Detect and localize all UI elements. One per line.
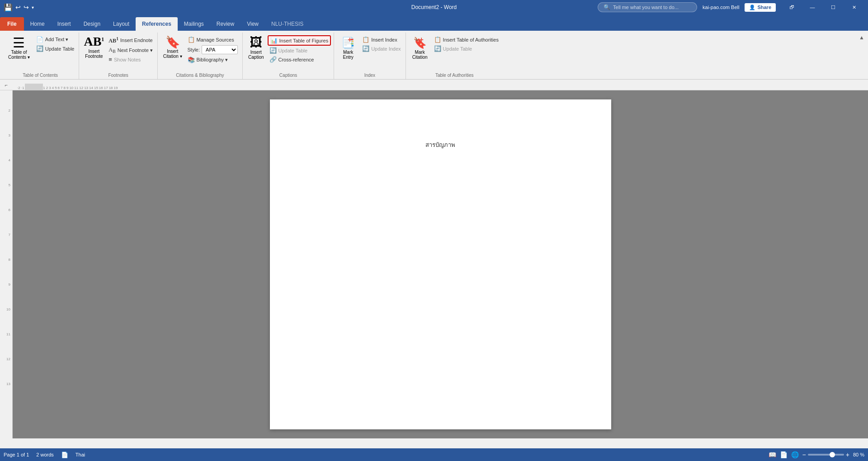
ribbon: ☰ Table ofContents ▾ 📄 Add Text ▾ 🔄 Upda… [0,31,868,80]
web-layout-icon[interactable]: 🌐 [791,451,799,458]
zoom-slider[interactable] [808,454,844,456]
read-mode-icon[interactable]: 📖 [769,451,776,458]
tab-design[interactable]: Design [77,17,107,31]
share-label: Share [757,5,771,10]
style-selector[interactable]: Style: APA MLA Chicago [186,44,240,55]
ribbon-collapse-button[interactable]: ▲ [857,33,866,42]
close-button[interactable]: ✕ [844,0,864,14]
bibliography-button[interactable]: 📚 Bibliography ▾ [186,56,240,64]
footnote-small-buttons: AB1 Insert Endnote AB Next Footnote ▾ ≡ … [107,34,155,64]
share-button[interactable]: 👤 Share [745,3,776,12]
mark-entry-button[interactable]: 📑 + MarkEntry [337,34,359,61]
update-index-button[interactable]: 🔄 Update Index [360,44,402,53]
redo-icon[interactable]: ↪ [24,4,29,11]
show-notes-label: Show Notes [114,57,141,62]
index-small-buttons: 📋 Insert Index 🔄 Update Index [360,34,402,53]
title-bar-right: 🔍 Tell me what you want to do... kai-pao… [598,0,864,14]
manage-sources-label: Manage Sources [197,37,234,42]
tab-insert[interactable]: Insert [51,17,77,31]
ribbon-group-citations: 🔖 InsertCitation ▾ 📋 Manage Sources Styl… [158,33,243,79]
toc-icon: ☰ [13,36,25,50]
tab-file[interactable]: File [0,17,24,31]
save-icon[interactable]: 💾 [4,3,13,12]
ribbon-group-index: 📑 + MarkEntry 📋 Insert Index 🔄 Update In… [334,33,406,79]
cross-reference-button[interactable]: 🔗 Cross-reference [268,55,331,64]
update-table-toc-label: Update Table [45,46,75,52]
insert-endnote-button[interactable]: AB1 Insert Endnote [107,35,155,45]
insert-table-of-authorities-button[interactable]: 📋 Insert Table of Authorities [432,35,500,44]
tab-mailings[interactable]: Mailings [178,17,210,31]
window-controls: 🗗 — ☐ ✕ [781,0,864,14]
update-table-toc-icon: 🔄 [36,45,43,52]
tell-me-search[interactable]: 🔍 Tell me what you want to do... [598,2,697,12]
caption-label: InsertCaption [248,50,264,60]
maximize-button[interactable]: ☐ [823,0,844,14]
ruler-mark: 7 [0,233,12,258]
update-table-authorities-icon: 🔄 [434,45,441,52]
tab-layout[interactable]: Layout [107,17,136,31]
undo-icon[interactable]: ↩ [15,4,21,11]
table-figures-icon: 📊 [270,37,278,44]
ribbon-group-toc: ☰ Table ofContents ▾ 📄 Add Text ▾ 🔄 Upda… [2,33,79,79]
captions-small-buttons: 📊 Insert Table of Figures 🔄 Update Table… [268,34,331,64]
manage-sources-button[interactable]: 📋 Manage Sources [186,35,240,44]
update-table-captions-icon: 🔄 [269,47,277,54]
language[interactable]: Thai [75,452,85,457]
next-footnote-label: Next Footnote ▾ [118,47,153,53]
minimize-button[interactable]: — [802,0,823,14]
add-text-icon: 📄 [36,36,43,43]
style-label: Style: [188,47,200,52]
insert-footnote-button[interactable]: AB1 InsertFootnote [82,34,106,60]
ruler-mark: 2 [0,108,12,133]
insert-index-icon: 📋 [362,36,369,43]
show-notes-button[interactable]: ≡ Show Notes [107,55,155,64]
insert-table-of-figures-button[interactable]: 📊 Insert Table of Figures [268,35,331,46]
zoom-in-icon[interactable]: + [846,451,849,458]
add-text-button[interactable]: 📄 Add Text ▾ [34,35,76,44]
share-icon: 👤 [749,5,755,10]
proofing-icon[interactable]: 📄 [61,452,68,458]
manage-sources-icon: 📋 [188,36,195,43]
tab-view[interactable]: View [241,17,265,31]
insert-caption-button[interactable]: 🖼 InsertCaption [245,34,266,61]
print-layout-icon[interactable]: 📄 [780,451,788,458]
update-table-authorities-button[interactable]: 🔄 Update Table [432,44,500,53]
ribbon-group-captions: 🖼 InsertCaption 📊 Insert Table of Figure… [243,33,334,79]
zoom-thumb[interactable] [830,452,835,457]
style-dropdown[interactable]: APA MLA Chicago [202,45,238,54]
footnotes-group-label: Footnotes [82,72,154,79]
zoom-out-icon[interactable]: − [802,451,806,458]
insert-index-label: Insert Index [371,37,397,42]
mark-citation-button[interactable]: 🔖 + MarkCitation [409,34,431,61]
update-table-toc-button[interactable]: 🔄 Update Table [34,44,76,53]
insert-citation-button[interactable]: 🔖 InsertCitation ▾ [160,34,185,61]
document-content[interactable]: สารบัญภาพ [270,99,611,429]
chevron-up-icon: ▲ [859,34,864,41]
update-table-captions-button[interactable]: 🔄 Update Table [268,46,331,55]
ruler-mark [0,99,12,108]
tab-nlu-thesis[interactable]: NLU-THESIS [265,17,310,31]
cross-reference-icon: 🔗 [269,56,277,63]
quick-access-dropdown[interactable]: ▾ [32,5,34,10]
tab-home[interactable]: Home [24,17,51,31]
document-area[interactable]: สารบัญภาพ [13,90,868,438]
captions-buttons: 🖼 InsertCaption 📊 Insert Table of Figure… [245,33,331,72]
restore-window-button[interactable]: 🗗 [781,0,802,14]
tab-stop-icon[interactable]: ⌐ [3,81,10,89]
document-page: สารบัญภาพ [270,99,611,429]
ruler-marks: ·2 ·1 1 2 3 4 5 6 7 8 9 10 11 12 13 14 1… [17,80,118,90]
document-title: Document2 - Word [411,4,457,10]
tab-references[interactable]: References [136,17,178,31]
citations-group-label: Citations & Bibliography [160,72,240,79]
title-bar: 💾 ↩ ↪ ▾ Document2 - Word 🔍 Tell me what … [0,0,868,14]
insert-index-button[interactable]: 📋 Insert Index [360,35,402,44]
status-bar: Page 1 of 1 2 words 📄 Thai 📖 📄 🌐 − + 80 … [0,448,868,461]
ruler-mark: 3 [0,133,12,158]
table-figures-label: Insert Table of Figures [279,38,329,43]
bibliography-small-buttons: 📋 Manage Sources Style: APA MLA Chicago … [186,34,240,64]
next-footnote-button[interactable]: AB Next Footnote ▾ [107,46,155,55]
user-area[interactable]: kai-pao.com Bell [703,5,739,10]
tab-review[interactable]: Review [210,17,241,31]
table-of-contents-button[interactable]: ☰ Table ofContents ▾ [5,34,33,61]
authorities-group-label: Table of Authorities [409,72,500,79]
